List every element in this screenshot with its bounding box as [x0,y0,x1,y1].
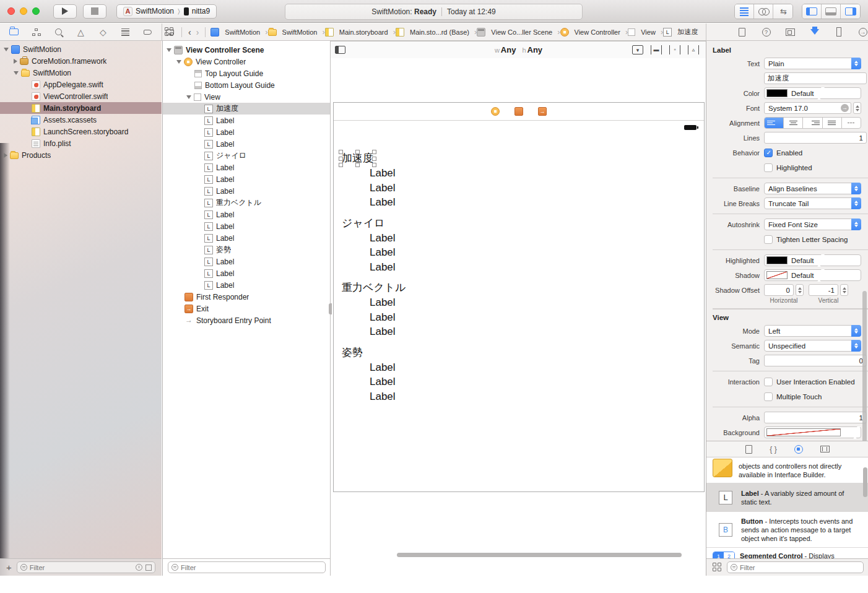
forward-button[interactable]: › [195,27,201,37]
align-left-segment[interactable] [765,118,784,128]
disclosure-triangle[interactable] [4,48,9,51]
background-popup[interactable] [764,426,861,438]
assistant-editor-button[interactable] [754,4,773,19]
related-items-icon[interactable] [165,27,174,37]
scheme-name[interactable]: SwiftMotion [136,7,174,15]
identity-inspector-tab[interactable] [785,27,796,37]
text-type-popup[interactable]: Plain [764,58,861,69]
outline-row[interactable]: Storyboard Entry Point [163,314,330,326]
outline-row[interactable]: 姿勢 [163,244,330,256]
outline-row[interactable]: ジャイロ [163,150,330,162]
line-breaks-popup[interactable]: Truncate Tail [764,197,861,209]
disclosure-triangle[interactable] [4,153,7,158]
search-navigator-tab[interactable] [53,27,64,37]
navigator-filter-input[interactable] [30,564,133,571]
outline-row[interactable]: Label [163,279,330,291]
outline-row[interactable]: Label [163,220,330,232]
selection-handle[interactable] [339,150,343,154]
lines-field[interactable] [764,132,867,144]
font-size-stepper[interactable] [853,102,861,114]
scheme-selector[interactable]: A SwiftMotion 〉 nitta9 [116,4,217,19]
selection-handle[interactable] [355,163,360,167]
canvas-label[interactable]: Label [342,374,406,389]
media-library-tab[interactable] [820,446,830,452]
shadow-offset-horizontal-field[interactable] [764,284,794,296]
mode-popup[interactable]: Left [764,325,861,337]
font-field[interactable]: System 17.0→ [764,102,851,114]
breadcrumb-item[interactable]: View [628,27,663,37]
canvas-label-selected[interactable]: 加速度 [342,151,373,166]
canvas-label[interactable]: 重力ベクトル [342,280,406,295]
canvas-label[interactable]: Label [342,310,406,325]
recent-files-icon[interactable] [136,564,142,571]
outline-splitter-handle[interactable] [329,303,332,314]
selection-handle[interactable] [372,150,376,154]
outline-row[interactable]: View Controller [163,56,330,67]
size-inspector-tab[interactable] [833,27,844,37]
file-row[interactable]: Assets.xcassets [0,114,162,126]
unsaved-files-icon[interactable] [145,565,152,571]
attributes-inspector-tab[interactable] [809,27,820,37]
canvas-label[interactable]: ジャイロ [342,216,385,231]
library-filter-field[interactable] [727,561,864,573]
shadow-swatch[interactable] [766,271,788,279]
pin-button[interactable]: ▫ [669,45,680,54]
outline-row[interactable]: Label [163,209,330,220]
breadcrumb-item[interactable]: SwiftMotion [268,27,325,37]
shadow-v-stepper[interactable] [840,284,848,296]
toggle-outline-button[interactable] [335,46,345,54]
issue-navigator-tab[interactable]: △ [76,27,86,37]
outline-row[interactable]: Label [163,138,330,150]
file-inspector-tab[interactable] [737,27,747,37]
version-editor-button[interactable]: ⇆ [773,4,792,19]
breadcrumb-item[interactable]: View Controller [560,27,628,37]
outline-row[interactable]: Label [163,162,330,173]
tag-field[interactable] [764,355,867,366]
file-row[interactable]: Products [0,149,162,161]
outline-row[interactable]: View Controller Scene [163,44,330,56]
breadcrumb-item[interactable]: View Co...ller Scene [477,27,560,37]
object-library-tab[interactable] [794,445,803,454]
file-row[interactable]: AppDelegate.swift [0,79,162,90]
disclosure-triangle[interactable] [186,95,191,99]
library-item-partial[interactable]: objects and controllers not directly ava… [706,457,868,483]
resolve-issues-button[interactable]: ▵ [688,45,699,54]
library-grid-view-button[interactable] [713,563,722,572]
shadow-color-popup[interactable]: Default [764,269,861,281]
user-interaction-checkbox[interactable] [764,378,773,386]
align-button[interactable]: ▬ [651,45,662,54]
color-swatch[interactable] [766,89,788,97]
standard-editor-button[interactable] [735,4,754,19]
view-controller-frame[interactable]: 加速度 Label Label Label ジャイロ Label Label L… [333,102,705,492]
navigator-filter-field[interactable] [17,561,155,573]
back-button[interactable]: ‹ [187,27,193,37]
close-window-button[interactable] [7,7,15,15]
file-row[interactable]: Main.storyboard [0,102,162,114]
outline-row[interactable]: Label [163,115,330,126]
canvas-label[interactable]: Label [342,181,406,196]
baseline-popup[interactable]: Align Baselines [764,183,861,194]
canvas-label[interactable]: Label [342,166,406,181]
outline-row[interactable]: 重力ベクトル [163,197,330,209]
disclosure-triangle[interactable] [176,60,181,64]
file-template-library-tab[interactable] [745,445,752,454]
outline-row[interactable]: Label [163,267,330,279]
file-row[interactable]: CoreMotion.framework [0,55,162,67]
tighten-letter-spacing-checkbox[interactable] [764,235,773,244]
canvas-label[interactable]: Label [342,360,406,375]
library-filter-input[interactable] [740,564,860,571]
breadcrumb-item[interactable]: 加速度 [663,27,698,37]
align-justified-segment[interactable] [823,118,842,128]
align-right-segment[interactable] [803,118,822,128]
multiple-touch-checkbox[interactable] [764,392,773,401]
library-scrollbar[interactable] [863,467,867,497]
toggle-debug-area-button[interactable] [822,4,841,19]
outline-row[interactable]: 加速度 [163,103,330,115]
outline-row[interactable]: Label [163,173,330,185]
canvas-label[interactable]: 姿勢 [342,345,363,360]
canvas-label[interactable]: Label [342,245,406,260]
zoom-window-button[interactable] [32,7,40,15]
shadow-h-stepper[interactable] [796,284,804,296]
outline-row[interactable]: Label [163,232,330,244]
stop-button[interactable] [83,4,106,19]
